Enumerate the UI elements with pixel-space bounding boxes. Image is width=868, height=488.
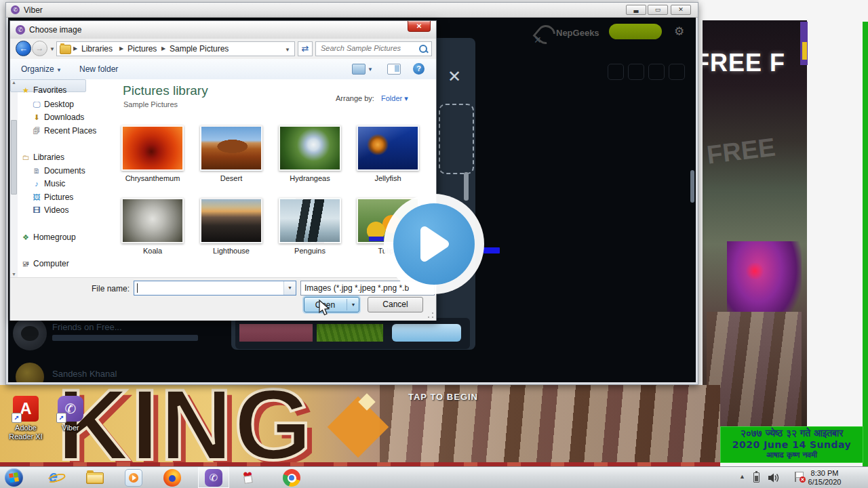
gear-icon[interactable]: ⚙: [674, 25, 688, 39]
poster-title-text: FREE F: [703, 49, 807, 77]
toolbar-icon-1[interactable]: [608, 64, 624, 80]
contact-name[interactable]: Friends on Free...: [52, 322, 122, 332]
sidebar-item-favorites[interactable]: Favorites: [33, 85, 66, 95]
mouse-cursor: [317, 300, 332, 317]
dialog-close-button[interactable]: ✕: [408, 21, 431, 32]
breadcrumb-pictures[interactable]: Pictures: [127, 44, 157, 54]
dialog-titlebar[interactable]: ✆ Choose image: [10, 21, 436, 39]
file-label[interactable]: Penguins: [276, 247, 344, 255]
desktop-icon-adobe-reader[interactable]: A ➚ Adobe Reader XI: [0, 396, 52, 441]
breadcrumb-libraries[interactable]: Libraries: [81, 44, 113, 54]
file-label[interactable]: Jellyfish: [354, 174, 422, 182]
file-label[interactable]: Desert: [197, 174, 265, 182]
window-scrollbar-thumb[interactable]: [690, 170, 694, 203]
media-player-icon[interactable]: [125, 469, 142, 487]
idm-icon[interactable]: ♥: [243, 469, 260, 487]
toolbar-icon-2[interactable]: [628, 64, 644, 80]
breadcrumb-sample-pictures[interactable]: Sample Pictures: [170, 44, 229, 54]
thumbnail-jellyfish[interactable]: [357, 125, 419, 171]
sidebar-item-videos[interactable]: Videos: [44, 205, 68, 215]
panel-close-icon[interactable]: ✕: [448, 67, 461, 86]
file-label[interactable]: Koala: [119, 247, 186, 255]
tap-to-begin-text: TAP TO BEGIN: [408, 392, 478, 402]
thumbnail-desert[interactable]: [200, 125, 262, 171]
banner-nepali-date: २०७७ ज्येष्ठ ३२ गते आइतबार: [721, 428, 863, 439]
tray-clock[interactable]: 8:30 PM 6/15/2020: [804, 469, 845, 487]
thumbnail-penguins[interactable]: [279, 198, 341, 243]
viber-taskbar-button[interactable]: ✆: [198, 467, 229, 488]
thumbnail-lighthouse[interactable]: [200, 198, 262, 243]
thumbnail-koala[interactable]: [121, 198, 184, 243]
sidebar-item-recent-places[interactable]: Recent Places: [44, 126, 96, 136]
views-icon[interactable]: [352, 64, 366, 75]
sidebar-item-computer[interactable]: Computer: [33, 259, 69, 268]
file-label[interactable]: Lighthouse: [197, 247, 265, 255]
preview-pane-icon[interactable]: [387, 64, 401, 75]
file-name-input[interactable]: ▼: [134, 281, 296, 296]
sidebar-item-homegroup[interactable]: Homegroup: [33, 232, 76, 242]
sidebar-item-downloads[interactable]: Downloads: [44, 113, 84, 122]
panel-scrollbar-thumb[interactable]: [464, 172, 469, 201]
resize-grip[interactable]: [427, 312, 434, 319]
thumbnail-chrysanthemum[interactable]: [121, 125, 184, 171]
minimize-button[interactable]: ▃: [626, 5, 646, 15]
internet-explorer-icon[interactable]: e: [47, 469, 65, 487]
new-folder-button[interactable]: New folder: [79, 64, 118, 74]
contact-name[interactable]: Sandesh Khanal: [52, 369, 117, 379]
chrome-icon[interactable]: [283, 469, 300, 487]
scroll-down-icon[interactable]: ▼: [12, 272, 16, 277]
viber-titlebar[interactable]: ✆ Viber ▃ ▭ ✕: [6, 3, 698, 18]
file-label[interactable]: Chrysanthemum: [119, 174, 186, 182]
toolbar-icon-4[interactable]: [669, 64, 685, 80]
nav-scrollbar-thumb[interactable]: [11, 120, 17, 195]
cancel-button[interactable]: Cancel: [368, 297, 423, 312]
desktop-icon-label: Viber: [45, 424, 96, 432]
nav-scrollbar[interactable]: ▲ ▼: [10, 92, 18, 287]
sidebar-item-documents[interactable]: Documents: [44, 166, 85, 176]
file-label[interactable]: Hydrangeas: [276, 174, 344, 182]
tray-expand-icon[interactable]: ▲: [739, 473, 745, 480]
scroll-up-icon[interactable]: ▲: [12, 80, 16, 85]
close-button[interactable]: ✕: [671, 5, 691, 15]
sidebar-item-desktop[interactable]: Desktop: [44, 100, 74, 109]
battery-icon[interactable]: [753, 472, 760, 483]
poster-edge-yellow: [802, 42, 807, 60]
sidebar-item-music[interactable]: Music: [44, 179, 65, 188]
address-bar[interactable]: ▶ Libraries ▶ Pictures ▶ Sample Pictures…: [56, 41, 295, 56]
forward-button[interactable]: →: [32, 41, 47, 56]
background-option-sky[interactable]: [392, 324, 461, 342]
refresh-button[interactable]: ⇄: [298, 41, 313, 56]
background-option-grass[interactable]: [317, 324, 383, 342]
chevron-down-icon[interactable]: ▼: [283, 281, 296, 295]
photo-drop-placeholder[interactable]: [439, 104, 474, 174]
thumbnail-hydrangeas[interactable]: [279, 125, 341, 171]
maximize-button[interactable]: ▭: [648, 5, 668, 15]
link-fragment[interactable]: [484, 247, 500, 253]
video-play-overlay[interactable]: [384, 194, 484, 294]
tray-date: 6/15/2020: [804, 478, 845, 487]
overlay-close-icon[interactable]: ✕: [534, 35, 542, 45]
sidebar-item-libraries[interactable]: Libraries: [33, 152, 64, 162]
arrange-by-value[interactable]: Folder ▾: [381, 94, 408, 103]
help-icon[interactable]: ?: [413, 63, 425, 75]
address-dropdown-icon[interactable]: ▼: [285, 47, 290, 53]
firefox-icon[interactable]: [163, 469, 181, 487]
adobe-reader-icon: A ➚: [13, 396, 39, 422]
screen: FREE F FREE KING TAP TO BEGIN A ➚ Adobe …: [0, 0, 868, 488]
open-dropdown-icon[interactable]: ▼: [348, 298, 359, 312]
file-explorer-icon[interactable]: [86, 469, 104, 487]
free-fire-poster: FREE F FREE: [703, 20, 807, 427]
search-box[interactable]: [315, 41, 432, 56]
wallpaper-strip: KING TAP TO BEGIN: [0, 385, 720, 462]
organize-button[interactable]: Organize ▼: [21, 64, 62, 74]
speaker-icon[interactable]: [768, 472, 780, 483]
views-chevron-icon[interactable]: ▼: [368, 66, 373, 73]
background-option-pink[interactable]: [239, 324, 313, 342]
back-button[interactable]: ←: [16, 41, 31, 56]
sidebar-item-pictures[interactable]: Pictures: [44, 192, 73, 202]
toolbar-icon-3[interactable]: [648, 64, 665, 80]
desktop-icon-viber[interactable]: ✆ ➚ Viber: [45, 396, 96, 432]
nav-history-chevron-icon[interactable]: ▼: [50, 46, 55, 52]
search-input[interactable]: [319, 43, 417, 53]
start-button[interactable]: [5, 468, 23, 487]
